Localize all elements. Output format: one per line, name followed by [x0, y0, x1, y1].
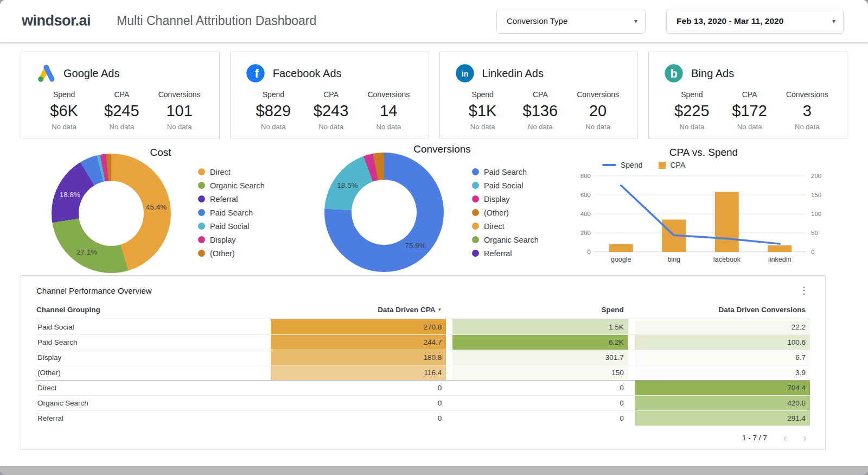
metric-note: No data	[663, 123, 720, 131]
table-row[interactable]: Paid Social270.81.5K22.2	[36, 319, 810, 334]
table-row[interactable]: Organic Search00420.8	[36, 395, 810, 410]
conversion-type-label: Conversion Type	[507, 16, 567, 26]
x-axis-label: linkedin	[768, 256, 791, 263]
legend-item[interactable]: (Other)	[472, 206, 539, 219]
metric-note: No data	[302, 123, 360, 131]
right-axis-tick: 0	[811, 249, 814, 255]
facebook-icon: f	[245, 62, 266, 84]
legend-label: (Other)	[210, 249, 235, 258]
table-body: Paid Social270.81.5K22.2Paid Search244.7…	[36, 319, 810, 426]
column-header-spend[interactable]: Spend	[452, 306, 628, 314]
legend-label: Organic Search	[210, 181, 265, 190]
cpa-cell: 116.4	[271, 365, 446, 380]
legend-label: Display	[484, 195, 510, 204]
legend-item[interactable]: Organic Search	[198, 179, 265, 192]
legend-item[interactable]: Paid Search	[472, 165, 539, 179]
metric-label: Spend	[454, 90, 512, 99]
table-row[interactable]: Paid Search244.76.2K100.6	[36, 334, 810, 350]
conversion-type-dropdown[interactable]: Conversion Type ▾	[496, 9, 646, 34]
scorecard-google-ads: Google Ads Spend $6K No data CPA $245 No…	[21, 52, 220, 138]
chevron-down-icon: ▾	[634, 17, 637, 25]
table-row[interactable]: (Other)116.41503.9	[36, 365, 810, 380]
metric-spend: Spend $1K No data	[454, 90, 512, 131]
card-metrics: Spend $225 No data CPA $172 No data Conv…	[663, 90, 836, 131]
metric-label: Spend	[35, 90, 93, 99]
legend-item[interactable]: Paid Search	[198, 206, 265, 219]
svg-text:in: in	[461, 69, 468, 78]
metric-conversions: Conversions 3 No data	[778, 90, 836, 131]
scorecard-bing-ads: b Bing Ads Spend $225 No data CPA $172 N…	[648, 52, 847, 138]
right-axis-tick: 150	[811, 192, 821, 198]
metric-value: $136	[512, 102, 569, 120]
spend-cell: 150	[452, 365, 628, 380]
metric-conversions: Conversions 14 No data	[360, 90, 417, 131]
legend-item[interactable]: Referral	[472, 246, 539, 260]
metric-value: $829	[245, 102, 302, 120]
metric-value: $6K	[35, 102, 93, 120]
right-axis-tick: 50	[811, 230, 818, 236]
legend-item[interactable]: Display	[198, 233, 265, 246]
conversions-cell: 291.4	[635, 411, 810, 426]
legend-item[interactable]: Paid Social	[472, 179, 539, 192]
table-row[interactable]: Referral00291.4	[36, 410, 810, 426]
table-row[interactable]: Display180.8301.76.7	[36, 350, 810, 365]
combo-legend: Spend CPA	[602, 161, 685, 169]
column-header-conversions[interactable]: Data Driven Conversions	[635, 306, 810, 314]
metric-spend: Spend $225 No data	[663, 90, 720, 131]
cpa-cell: 180.8	[271, 350, 446, 365]
spend-cell: 0	[452, 411, 628, 426]
legend-item[interactable]: Paid Social	[198, 219, 265, 233]
legend-item[interactable]: Organic Search	[472, 233, 539, 246]
channel-performance-table: Channel Performance Overview ⋮ Channel G…	[21, 275, 826, 450]
cpa-bar[interactable]	[609, 244, 633, 252]
legend-label: Organic Search	[484, 236, 539, 244]
left-axis-tick: 600	[580, 192, 591, 198]
date-range-picker[interactable]: Feb 13, 2020 - Mar 11, 2020 ▾	[666, 9, 844, 34]
metric-cpa: CPA $245 No data	[93, 90, 150, 131]
spend-line[interactable]	[621, 186, 780, 244]
page-next-icon[interactable]: ›	[803, 432, 807, 443]
legend-item[interactable]: Direct	[472, 219, 539, 233]
metric-cpa: CPA $243 No data	[302, 90, 360, 131]
donut-percent-label: 18.5%	[337, 181, 358, 189]
card-title: Linkedin Ads	[482, 67, 544, 80]
cost-donut[interactable]: 45.4%27.1%18.8%	[52, 154, 171, 273]
legend-item-spend[interactable]: Spend	[602, 161, 642, 169]
legend-color-dot	[198, 236, 205, 243]
legend-item[interactable]: Display	[472, 192, 539, 206]
table-row[interactable]: Direct00704.4	[36, 380, 810, 395]
legend-item[interactable]: (Other)	[198, 246, 265, 260]
page-prev-icon[interactable]: ‹	[783, 432, 787, 443]
spend-cell: 301.7	[452, 350, 628, 365]
metric-spend: Spend $6K No data	[35, 90, 93, 131]
right-axis-tick: 100	[811, 211, 821, 217]
column-header-channel[interactable]: Channel Grouping	[36, 306, 264, 314]
chart-title: CPA vs. Spend	[620, 147, 788, 159]
metric-value: $243	[302, 102, 360, 120]
column-header-cpa[interactable]: Data Driven CPA▼	[271, 306, 446, 314]
channel-name: (Other)	[36, 369, 264, 377]
scorecards-row: Google Ads Spend $6K No data CPA $245 No…	[21, 52, 847, 138]
left-axis-tick: 0	[588, 249, 591, 255]
spend-cell: 6.2K	[452, 335, 628, 350]
legend-color-dot	[472, 250, 479, 257]
donut-percent-label: 75.9%	[405, 242, 426, 250]
legend-label: Referral	[484, 249, 512, 258]
metric-note: No data	[245, 123, 302, 131]
pagination: 1 - 7 / 7 ‹ ›	[742, 432, 807, 443]
cpa-bar[interactable]	[715, 192, 739, 252]
left-axis-tick: 800	[580, 173, 591, 179]
legend-color-dot	[198, 250, 205, 257]
svg-text:b: b	[671, 67, 678, 80]
left-axis-tick: 400	[580, 211, 591, 217]
header: windsor.ai Multi Channel Attribution Das…	[0, 0, 868, 42]
cpa-bar[interactable]	[768, 245, 792, 252]
legend-item[interactable]: Direct	[198, 165, 265, 179]
legend-item[interactable]: Referral	[198, 192, 265, 206]
date-range-label: Feb 13, 2020 - Mar 11, 2020	[676, 16, 783, 26]
legend-label: (Other)	[484, 208, 509, 217]
legend-item-cpa[interactable]: CPA	[659, 161, 685, 169]
kebab-menu-icon[interactable]: ⋮	[799, 286, 809, 295]
metric-value: 14	[360, 102, 417, 120]
conversions-donut[interactable]: 75.9%18.5%	[324, 153, 444, 272]
